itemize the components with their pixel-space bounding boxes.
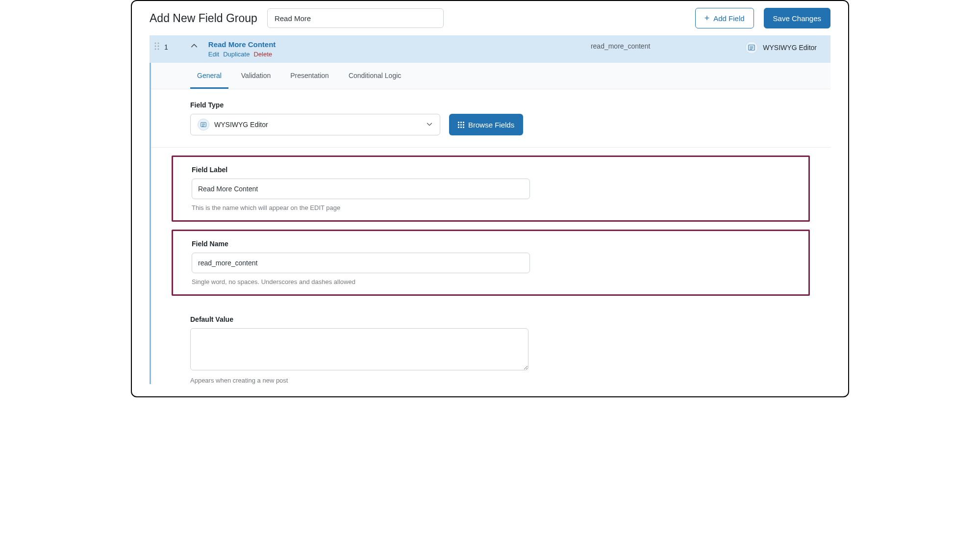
save-changes-button[interactable]: Save Changes: [764, 8, 830, 28]
default-value-help: Appears when creating a new post: [190, 377, 791, 384]
field-name-input[interactable]: [192, 253, 530, 273]
field-type-selected: WYSIWYG Editor: [214, 121, 421, 129]
add-field-label: Add Field: [713, 14, 744, 23]
chevron-up-icon: [191, 42, 198, 49]
svg-point-3: [158, 46, 159, 47]
field-label-heading: Field Label: [192, 166, 790, 174]
chevron-down-icon: [426, 121, 433, 129]
save-label: Save Changes: [773, 14, 821, 23]
highlight-field-name: Field Name Single word, no spaces. Under…: [172, 230, 810, 296]
field-name-heading: Field Name: [192, 240, 790, 248]
browse-fields-label: Browse Fields: [468, 121, 514, 129]
field-label-help: This is the name which will appear on th…: [192, 204, 790, 211]
highlight-field-label: Field Label This is the name which will …: [172, 155, 810, 222]
drag-and-order: 1: [154, 40, 168, 52]
field-header-row: 1 Read More Content Edit Duplicate Delet…: [150, 35, 830, 63]
svg-point-2: [155, 46, 156, 47]
duplicate-link[interactable]: Duplicate: [223, 51, 250, 58]
field-type-badge: WYSIWYG Editor: [745, 40, 822, 54]
row-actions: Edit Duplicate Delete: [208, 51, 276, 58]
add-field-button[interactable]: + Add Field: [695, 8, 754, 28]
svg-point-1: [158, 43, 159, 44]
edit-link[interactable]: Edit: [208, 51, 219, 58]
field-order-number: 1: [164, 43, 168, 51]
wysiwyg-icon: [198, 119, 209, 130]
field-title-link[interactable]: Read More Content: [208, 40, 276, 49]
wysiwyg-icon: [745, 41, 758, 54]
svg-point-0: [155, 43, 156, 44]
field-type-select[interactable]: WYSIWYG Editor: [190, 114, 440, 135]
tab-presentation[interactable]: Presentation: [283, 63, 336, 89]
tab-validation[interactable]: Validation: [234, 63, 277, 89]
svg-point-4: [155, 49, 156, 50]
tabs-bar: General Validation Presentation Conditio…: [151, 63, 830, 89]
drag-handle-icon[interactable]: [154, 42, 159, 52]
field-body: General Validation Presentation Conditio…: [150, 63, 830, 384]
collapse-toggle[interactable]: [175, 40, 201, 51]
field-title-block: Read More Content Edit Duplicate Delete: [208, 40, 276, 58]
app-window: Add New Field Group + Add Field Save Cha…: [131, 0, 849, 397]
default-value-heading: Default Value: [190, 315, 791, 323]
svg-point-5: [158, 49, 159, 50]
field-type-label: WYSIWYG Editor: [763, 44, 817, 52]
content-area: 1 Read More Content Edit Duplicate Delet…: [132, 35, 848, 396]
grid-icon: [458, 122, 464, 128]
field-group-title-input[interactable]: [267, 8, 444, 28]
field-type-row: WYSIWYG Editor Browse Fields: [190, 114, 791, 135]
field-type-label-heading: Field Type: [190, 101, 791, 109]
plus-icon: +: [704, 14, 710, 23]
default-value-input[interactable]: [190, 328, 528, 370]
field-label-input[interactable]: [192, 179, 530, 199]
section-default-value: Default Value Appears when creating a ne…: [151, 304, 830, 384]
section-field-type: Field Type WYSIWYG Editor: [151, 89, 830, 148]
delete-link[interactable]: Delete: [253, 51, 272, 58]
page-title: Add New Field Group: [150, 12, 257, 25]
tab-conditional-logic[interactable]: Conditional Logic: [342, 63, 408, 89]
tab-general[interactable]: General: [190, 63, 228, 89]
field-key: read_more_content: [591, 40, 650, 50]
field-name-help: Single word, no spaces. Underscores and …: [192, 278, 790, 285]
page-header: Add New Field Group + Add Field Save Cha…: [132, 1, 848, 35]
field-card: 1 Read More Content Edit Duplicate Delet…: [150, 35, 830, 384]
browse-fields-button[interactable]: Browse Fields: [449, 114, 523, 135]
